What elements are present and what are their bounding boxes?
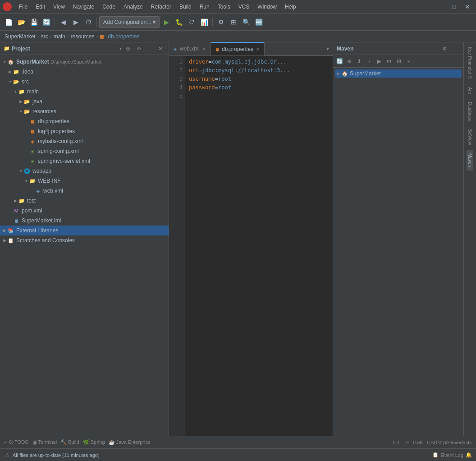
tree-item-webinf[interactable]: ▾ 📁 WEB-INF [0,176,169,186]
breadcrumb-src[interactable]: src [41,33,48,40]
cursor-position[interactable]: 5:1 [393,440,400,445]
tree-item-iml[interactable]: ◼ SuperMarket.iml [0,216,169,226]
tab-list-button[interactable]: ▾ [323,46,333,52]
right-panel-database[interactable]: Database [467,98,473,125]
sidebar-collapse-button[interactable]: ─ [145,44,154,53]
translate-button[interactable]: 🔤 [253,16,265,28]
tree-item-mybatis[interactable]: ◈ mybatis-config.xml [0,136,169,146]
menu-window[interactable]: Window [254,2,280,11]
menu-run[interactable]: Run [196,2,213,11]
menu-edit[interactable]: Edit [32,2,49,11]
layout-button[interactable]: ⊞ [228,16,239,28]
tree-item-src[interactable]: ▾ 📂 src [0,77,169,87]
menu-refactor[interactable]: Refactor [147,2,175,11]
new-file-button[interactable]: 📄 [3,16,14,28]
sidebar-gear-button[interactable]: ⚙ [134,44,143,53]
breadcrumb-supermarket[interactable]: SuperMarket [5,33,36,40]
maven-align-button[interactable]: ⊟ [394,57,403,66]
tree-label: SuperMarket.iml [22,217,61,224]
build-button[interactable]: 🔨 Build [60,439,79,445]
tree-item-db-properties[interactable]: ◼ db.properties [0,116,169,126]
tree-item-supermarket[interactable]: ▾ 🏠 SuperMarket D:\project\SuperMarket [0,57,169,67]
todo-button[interactable]: ✓ 6: TODO [4,439,29,445]
right-panel-ant[interactable]: Ant [467,83,473,97]
maven-minimize-button[interactable]: ─ [451,44,460,53]
maven-play-button[interactable]: ▶ [375,57,384,66]
open-button[interactable]: 📂 [15,16,27,28]
tab-close-button[interactable]: ✕ [202,46,206,51]
code-editor[interactable]: driver=com.mysql.cj.jdbc.Dr... url=jdbc:… [185,56,333,436]
menu-build[interactable]: Build [176,2,195,11]
menu-tools[interactable]: Tools [214,2,234,11]
find-button[interactable]: 🔍 [240,16,252,28]
debug-button[interactable]: 🐛 [173,16,185,28]
encoding[interactable]: GBK [413,440,423,445]
forward-button[interactable]: ▶ [70,16,82,28]
right-panel-sciview[interactable]: SciView [467,125,473,148]
sidebar-dropdown-arrow[interactable]: ▾ [119,46,122,51]
save-all-button[interactable]: 💾 [28,16,40,28]
recent-files-button[interactable]: ⏱ [82,16,94,28]
run-config-dropdown[interactable]: Add Configuration... ▾ [99,16,160,28]
tree-item-springmvc[interactable]: ◈ springmvc-servlet.xml [0,156,169,166]
terminal-button[interactable]: ▣ Terminal [32,439,57,445]
breadcrumb-main[interactable]: main [54,33,65,40]
right-panel-maven[interactable]: Maven [467,150,473,171]
event-log-label[interactable]: Event Log [441,452,463,458]
coverage-button[interactable]: 🛡 [186,16,197,28]
menu-help[interactable]: Help [281,2,300,11]
breadcrumb-file[interactable]: db.properties [108,33,139,40]
sidebar-scope-button[interactable]: ⊕ [124,44,133,53]
menu-view[interactable]: View [50,2,69,11]
tab-db-properties[interactable]: ◼ db.properties ✕ [211,42,265,55]
tree-item-resources[interactable]: ▾ 📂 resources [0,106,169,116]
maven-more-button[interactable]: » [404,57,413,66]
tree-item-java[interactable]: ▶ 📂 java [0,97,169,106]
menu-vcs[interactable]: VCS [235,2,253,11]
maven-add-button[interactable]: ⊕ [345,57,354,66]
run-button[interactable]: ▶ [160,16,172,28]
tree-item-external-libs[interactable]: ▶ 📚 External Libraries [0,226,169,235]
profile-button[interactable]: 📊 [198,16,210,28]
maven-m-button[interactable]: m [384,57,394,66]
maven-item-supermarket[interactable]: ▶ 🏠 SuperMarket [335,69,462,78]
maven-settings-button[interactable]: ⚙ [440,44,449,53]
minimize-button[interactable]: ─ [435,1,446,13]
tree-item-test[interactable]: ▶ 📁 test [0,196,169,206]
right-panel-key-promoter[interactable]: Key Promoter X [467,43,473,83]
tree-item-idea[interactable]: ▶ 📁 .idea [0,67,169,77]
sync-button[interactable]: 🔄 [41,16,52,28]
menu-navigate[interactable]: Navigate [69,2,98,11]
breadcrumb-resources[interactable]: resources [71,33,95,40]
code-line-3: username=root [189,75,329,83]
tree-item-webapp[interactable]: ▾ 🌐 webapp [0,166,169,176]
tab-close-button[interactable]: ✕ [256,47,260,52]
line-endings[interactable]: LF [403,440,409,445]
menu-analyze[interactable]: Analyze [120,2,146,11]
tree-item-web-xml[interactable]: ◈ web.xml [0,186,169,196]
tree-item-main[interactable]: ▾ 📁 main [0,87,169,97]
java-enterprise-button[interactable]: ☕ Java Enterprise [109,439,151,445]
tree-item-spring[interactable]: ◈ spring-config.xml [0,146,169,156]
status-right: 5:1 LF GBK CSDN:@Stevedash- [393,440,472,445]
sidebar-close-button[interactable]: ✕ [156,44,165,53]
project-icon: 🏠 [7,58,14,65]
tree-item-log4j[interactable]: ◼ log4j.properties [0,126,169,136]
tab-web-xml[interactable]: ◈ web.xml ✕ [169,42,211,55]
tree-item-pom[interactable]: M pom.xml [0,206,169,216]
maximize-button[interactable]: □ [448,1,460,13]
close-button[interactable]: ✕ [462,1,473,13]
back-button[interactable]: ◀ [57,16,69,28]
tree-item-scratches[interactable]: ▶ 📋 Scratches and Consoles [0,235,169,245]
maven-plus-button[interactable]: + [365,57,374,66]
menu-code[interactable]: Code [99,2,119,11]
spring-button[interactable]: 🌿 Spring [83,439,105,445]
maven-download-button[interactable]: ⬇ [355,57,364,66]
event-log-button[interactable]: 📋 [432,452,439,459]
settings-button[interactable]: ⚙ [215,16,227,28]
maven-refresh-button[interactable]: 🔄 [335,57,344,66]
maven-title: Maven [337,46,438,52]
notifications-icon[interactable]: 🔔 [465,452,472,459]
menu-file[interactable]: File [15,2,31,11]
warning-icon[interactable]: ⚠ [4,452,11,459]
